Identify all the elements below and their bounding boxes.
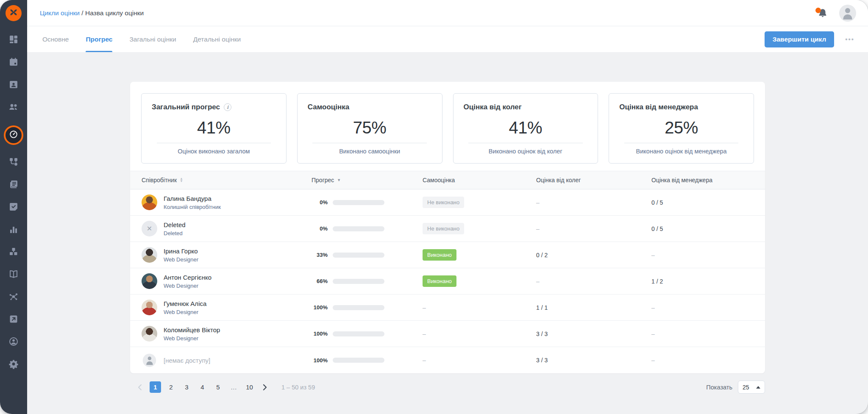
page-button-2[interactable]: 2 — [165, 381, 177, 393]
progress-cell: 100% — [308, 304, 419, 311]
sidebar-item-calendar[interactable] — [8, 57, 19, 68]
chevron-up-icon — [756, 386, 760, 389]
breadcrumb: Цикли оцінки / Назва циклу оцінки — [40, 9, 144, 17]
news-icon — [8, 179, 19, 191]
manager-review-cell: 0 / 5 — [648, 199, 765, 206]
sidebar-item-external-link[interactable] — [8, 314, 19, 325]
sidebar-item-people[interactable] — [8, 102, 19, 113]
self-review-cell: – — [419, 304, 533, 311]
self-review-status: Виконано — [423, 249, 456, 261]
sidebar-item-network[interactable] — [8, 292, 19, 303]
sidebar-nav — [4, 35, 23, 370]
progress-percent-label: 33% — [308, 252, 328, 258]
sort-desc-icon: ▼ — [337, 178, 341, 182]
employee-cell: [немає доступу] — [130, 353, 308, 368]
table-row[interactable]: Ірина Горко Web Designer 33% Виконано 0 … — [130, 242, 765, 268]
page-buttons: 12345…10 — [150, 381, 255, 393]
sidebar-item-analytics[interactable] — [8, 225, 19, 236]
stat-card-self-review: Самооцінка 75% Виконано самооцінки — [297, 93, 442, 164]
table-row[interactable]: Галина Бандура Колишній співробітник 0% … — [130, 189, 765, 216]
tab-detailed-reviews[interactable]: Детальні оцінки — [193, 26, 241, 52]
employee-name: Гуменюк Аліса — [164, 300, 206, 307]
employee-avatar — [142, 194, 157, 210]
sidebar-item-pipeline[interactable] — [8, 157, 19, 168]
notification-dot — [815, 8, 821, 13]
employee-cell: Галина Бандура Колишній співробітник — [130, 194, 308, 210]
page-button-5[interactable]: 5 — [212, 381, 224, 393]
sidebar-item-knowledge-base[interactable] — [8, 270, 19, 281]
pipeline-icon — [8, 157, 19, 169]
table-row[interactable]: Deleted Deleted 0% Не виконано – 0 / 5 — [130, 216, 765, 242]
next-page-button[interactable] — [259, 382, 270, 393]
tab-overall-reviews[interactable]: Загальні оцінки — [129, 26, 176, 52]
employee-name: Галина Бандура — [164, 195, 221, 202]
employee-cell: Deleted Deleted — [130, 221, 308, 236]
sidebar-item-performance[interactable] — [4, 125, 23, 145]
sidebar-item-tasks[interactable] — [8, 202, 19, 213]
page-size-select[interactable]: 25 — [738, 381, 765, 394]
column-header-progress[interactable]: Прогрес ▼ — [308, 177, 419, 183]
table-row[interactable]: Коломийцев Віктор Web Designer 100% – 3 … — [130, 321, 765, 347]
calendar-icon — [8, 57, 19, 69]
stat-title: Оцінка від колег — [464, 103, 522, 111]
prev-page-button[interactable] — [134, 382, 145, 393]
topbar: Цикли оцінки / Назва циклу оцінки — [27, 0, 868, 26]
manager-review-cell: – — [648, 331, 765, 337]
tabs: Основне Прогрес Загальні оцінки Детальні… — [42, 26, 241, 52]
table-row[interactable]: Гуменюк Аліса Web Designer 100% – 1 / 1 … — [130, 295, 765, 321]
content-area: Загальний прогрес i 41% Оцінок виконано … — [27, 52, 868, 414]
sidebar-item-news[interactable] — [8, 180, 19, 191]
book-icon — [8, 269, 19, 281]
sidebar-item-settings[interactable] — [8, 359, 19, 370]
info-icon[interactable]: i — [224, 103, 231, 111]
self-review-status: – — [423, 304, 426, 311]
page-size-control: Показать 25 — [706, 381, 765, 394]
column-header-manager-review: Оцінка від менеджера — [648, 177, 765, 183]
page-button-4[interactable]: 4 — [197, 381, 208, 393]
more-options-button[interactable]: ••• — [845, 36, 854, 43]
column-header-employee[interactable]: Співробітник ▲▼ — [130, 177, 308, 183]
stat-caption: Виконано оцінок від колег — [464, 148, 588, 155]
employee-name: Deleted — [164, 221, 186, 228]
bar-chart-icon — [8, 224, 19, 236]
user-avatar[interactable] — [839, 5, 856, 22]
tasks-check-icon — [8, 202, 19, 214]
manager-review-cell: – — [648, 252, 765, 258]
breadcrumb-link[interactable]: Цикли оцінки — [40, 9, 80, 17]
employee-name: Антон Сергієнко — [164, 274, 211, 281]
page-button-10[interactable]: 10 — [244, 381, 255, 393]
notifications-bell-icon[interactable] — [817, 8, 828, 19]
stat-title: Самооцінка — [308, 103, 349, 111]
breadcrumb-separator: / — [80, 9, 85, 17]
self-review-cell: Не виконано — [419, 223, 533, 234]
employee-subtitle: Deleted — [164, 230, 186, 236]
sidebar-item-org-structure[interactable] — [8, 247, 19, 258]
finish-cycle-button[interactable]: Завершити цикл — [765, 31, 834, 47]
employee-avatar — [143, 353, 156, 367]
table-row[interactable]: [немає доступу] 100% – 3 / 3 – — [130, 347, 765, 373]
page-button-3[interactable]: 3 — [181, 381, 192, 393]
sidebar-item-dashboard[interactable] — [8, 35, 19, 46]
employee-subtitle: Web Designer — [164, 283, 211, 289]
stat-divider — [624, 143, 738, 143]
sidebar-item-profile[interactable] — [8, 337, 19, 348]
employee-subtitle: Web Designer — [164, 335, 220, 342]
tab-main[interactable]: Основне — [42, 26, 69, 52]
stat-title: Оцінка від менеджера — [619, 103, 698, 111]
sidebar-item-employees[interactable] — [8, 80, 19, 91]
page-button-1[interactable]: 1 — [150, 381, 161, 393]
cycle-actions: Завершити цикл ••• — [765, 31, 854, 47]
stat-value: 75% — [308, 118, 432, 137]
app-logo-icon[interactable] — [6, 5, 22, 21]
progress-percent-label: 0% — [308, 199, 328, 206]
sort-icon: ▲▼ — [180, 178, 183, 183]
progress-bar — [333, 331, 384, 336]
stat-caption: Оцінок виконано загалом — [152, 148, 276, 155]
tab-progress[interactable]: Прогрес — [86, 26, 112, 52]
self-review-cell: – — [419, 357, 533, 364]
table-row[interactable]: Антон Сергієнко Web Designer 66% Виконан… — [130, 268, 765, 295]
peer-review-cell: 3 / 3 — [533, 331, 648, 337]
sidebar — [0, 0, 27, 414]
progress-percent-label: 100% — [308, 304, 328, 311]
manager-review-cell: 1 / 2 — [648, 278, 765, 285]
